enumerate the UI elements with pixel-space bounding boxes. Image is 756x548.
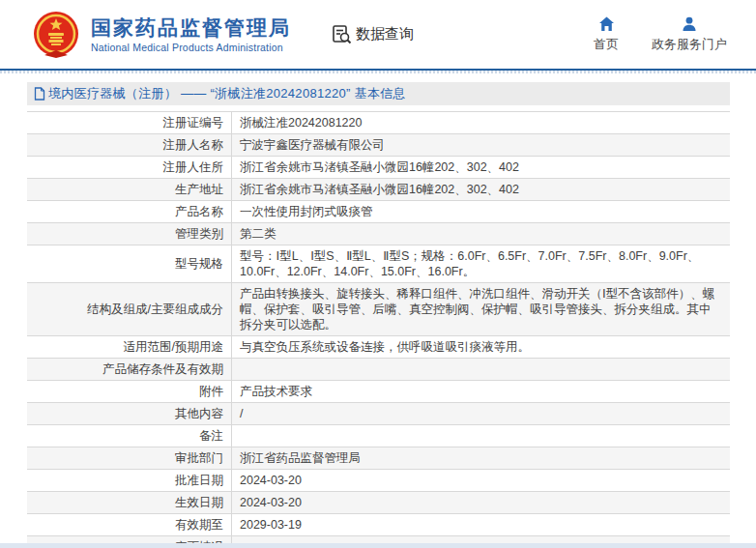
row-value: 产品由转换接头、旋转接头、稀释口组件、冲洗口组件、滑动开关（Ⅰ型不含该部件）、螺… [232,283,730,335]
row-label: 产品储存条件及有效期 [27,359,232,380]
nav-data-query-label: 数据查询 [356,25,414,43]
row-label: 备注 [27,425,232,447]
table-row-management-class: 管理类别 第二类 [27,222,730,245]
nav-home-label: 首页 [594,36,619,53]
table-row-registrant-name: 注册人名称 宁波宇鑫医疗器械有限公司 [27,133,730,156]
header: 国家药品监督管理局 National Medical Products Admi… [0,0,756,69]
nav-data-query[interactable]: 数据查询 [332,24,414,44]
row-value: 宁波宇鑫医疗器械有限公司 [232,134,730,156]
row-label: 型号规格 [27,245,232,282]
row-value: 2029-03-19 [232,514,730,535]
table-row-intended-use: 适用范围/预期用途 与真空负压系统或设备连接，供呼吸道吸引痰液等用。 [27,335,730,358]
row-value: 第二类 [232,223,730,245]
nav-portal-label: 政务服务门户 [652,36,727,53]
table-row-registrant-address: 注册人住所 浙江省余姚市马渚镇圣融小微园16幢202、302、402 [27,156,730,178]
row-label: 管理类别 [27,223,232,245]
row-label: 适用范围/预期用途 [27,336,232,358]
table-row-registration-number: 注册证编号 浙械注准20242081220 [27,111,730,133]
brand-name-cn: 国家药品监督管理局 [91,15,291,41]
table-row-production-address: 生产地址 浙江省余姚市马渚镇圣融小微园16幢202、302、402 [27,178,730,200]
table-row-other-content: 其他内容 / [27,402,730,424]
table-row-storage-conditions: 产品储存条件及有效期 [27,358,730,380]
header-nav: 首页 政务服务门户 [594,16,727,53]
table-row-approval-department: 审批部门 浙江省药品监督管理局 [27,447,730,469]
table-row-structure-composition: 结构及组成/主要组成成分 产品由转换接头、旋转接头、稀释口组件、冲洗口组件、滑动… [27,282,730,335]
brand-name-en: National Medical Products Administration [91,41,291,54]
brand-text: 国家药品监督管理局 National Medical Products Admi… [91,15,291,54]
registration-info-table: 注册证编号 浙械注准20242081220 注册人名称 宁波宇鑫医疗器械有限公司… [27,111,730,548]
nav-portal[interactable]: 政务服务门户 [652,16,727,53]
row-value: 2024-03-20 [232,470,730,491]
row-value: 产品技术要求 [232,381,730,402]
table-row-attachment: 附件 产品技术要求 [27,380,730,402]
row-value: 与真空负压系统或设备连接，供呼吸道吸引痰液等用。 [232,336,730,358]
table-row-product-name: 产品名称 一次性使用封闭式吸痰管 [27,200,730,222]
document-search-icon [332,24,352,44]
row-value: / [232,403,730,424]
home-icon [598,16,615,32]
table-row-expiry-date: 有效期至 2029-03-19 [27,513,730,535]
row-value: 浙江省药品监督管理局 [232,447,730,469]
header-divider-dotted [0,71,756,73]
table-row-remarks: 备注 [27,424,730,447]
row-value: 浙江省余姚市马渚镇圣融小微园16幢202、302、402 [232,157,730,178]
main-content: 境内医疗器械（注册） —— “浙械注准20242081220” 基本信息 注册证… [27,82,730,548]
national-emblem-icon [31,10,81,60]
row-label: 注册人名称 [27,134,232,156]
row-label: 批准日期 [27,470,232,491]
row-label: 有效期至 [27,514,232,535]
brand-logo[interactable]: 国家药品监督管理局 National Medical Products Admi… [31,10,291,60]
table-row-effective-date: 生效日期 2024-03-20 [27,491,730,513]
row-value: 浙械注准20242081220 [232,112,730,133]
nav-home[interactable]: 首页 [594,16,619,53]
row-value: 型号：Ⅰ型L、Ⅰ型S、Ⅱ型L、Ⅱ型S；规格：6.0Fr、6.5Fr、7.0Fr、… [232,245,730,282]
row-label: 注册人住所 [27,157,232,178]
page-title: 境内医疗器械（注册） —— “浙械注准20242081220” 基本信息 [48,85,406,102]
table-row-model-spec: 型号规格 型号：Ⅰ型L、Ⅰ型S、Ⅱ型L、Ⅱ型S；规格：6.0Fr、6.5Fr、7… [27,245,730,282]
row-label: 产品名称 [27,201,232,222]
row-label: 生效日期 [27,492,232,513]
row-label: 注册证编号 [27,112,232,133]
row-label: 生产地址 [27,179,232,200]
footer-strip [0,543,756,548]
page-icon [34,87,45,101]
row-value [232,359,730,380]
row-label: 其他内容 [27,403,232,424]
row-label: 结构及组成/主要组成成分 [27,283,232,335]
row-label: 附件 [27,381,232,402]
row-value: 一次性使用封闭式吸痰管 [232,201,730,222]
row-value [232,425,730,447]
table-row-approval-date: 批准日期 2024-03-20 [27,469,730,491]
row-label: 审批部门 [27,447,232,469]
row-value: 2024-03-20 [232,492,730,513]
row-value: 浙江省余姚市马渚镇圣融小微园16幢202、302、402 [232,179,730,200]
person-icon [682,16,697,32]
page-title-bar: 境内医疗器械（注册） —— “浙械注准20242081220” 基本信息 [27,82,730,105]
